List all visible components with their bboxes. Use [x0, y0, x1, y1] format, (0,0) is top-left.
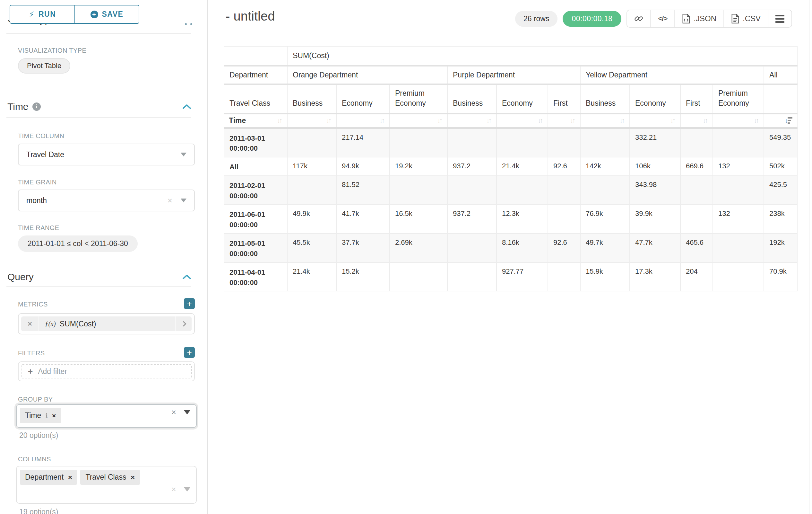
export-csv-button[interactable]: .CSV	[723, 10, 768, 27]
run-button[interactable]: ⚡ RUN	[10, 5, 75, 23]
pivot-value-cell: 927.77	[496, 263, 548, 291]
remove-metric-icon[interactable]: ×	[21, 317, 39, 331]
chart-title[interactable]: - untitled	[226, 9, 275, 23]
divider	[6, 33, 191, 34]
share-link-button[interactable]	[627, 10, 650, 27]
pivot-value-cell: 39.9k	[630, 205, 680, 234]
sort-toggle-icon[interactable]: ↓↑	[379, 117, 385, 124]
metric-pill[interactable]: × ƒ(x) SUM(Cost)	[21, 317, 192, 331]
metrics-container: × ƒ(x) SUM(Cost)	[18, 313, 195, 334]
columns-tag-travel-class[interactable]: Travel Class ×	[80, 470, 140, 485]
pivot-row-label: 2011-06-01 00:00:00	[224, 205, 287, 234]
time-column-select[interactable]: Travel Date	[18, 143, 195, 165]
sort-toggle-icon[interactable]: ↓↑	[437, 117, 443, 124]
department-corner-cell: Department	[224, 65, 287, 84]
time-grain-select[interactable]: month ×	[18, 190, 195, 211]
sortable-column-cell: ↓↑	[630, 113, 680, 128]
scrollbar[interactable]	[809, 0, 809, 514]
add-metric-button[interactable]: +	[184, 298, 195, 309]
metrics-label: METRICS	[18, 301, 48, 308]
pivot-value-cell: 16.5k	[389, 205, 447, 234]
add-filter-dropzone[interactable]: + Add filter	[21, 364, 192, 378]
group-by-tag-time[interactable]: Time i ×	[20, 408, 61, 423]
table-row: 2011-02-01 00:00:0081.52343.98425.5	[224, 176, 797, 205]
pivot-value-cell: 17.3k	[630, 263, 680, 291]
chevron-down-icon	[184, 487, 190, 491]
pivot-row-label: All	[224, 157, 287, 176]
pivot-value-cell: 2.69k	[389, 234, 447, 263]
remove-tag-icon[interactable]: ×	[52, 412, 56, 419]
divider	[6, 286, 191, 287]
sort-toggle-icon[interactable]: ↓↑	[538, 117, 543, 124]
more-menu-button[interactable]	[768, 10, 791, 27]
filters-container: + Add filter	[18, 361, 195, 381]
sort-toggle-icon[interactable]: ↓↑	[326, 117, 331, 124]
query-section-header: Query	[7, 271, 191, 282]
sortable-column-cell: ↓↑	[713, 113, 764, 128]
sortable-column-cell: ↓↑	[496, 113, 548, 128]
visualization-type-pill[interactable]: Pivot Table	[18, 58, 70, 74]
export-json-button[interactable]: .JSON	[674, 10, 723, 27]
pivot-value-cell: 332.21	[630, 128, 680, 157]
remove-tag-icon[interactable]: ×	[130, 474, 135, 481]
clear-icon[interactable]: ×	[171, 485, 176, 493]
result-toolbar: 26 rows 00:00:00.18 </> .JSON .CSV	[515, 10, 792, 28]
pivot-value-cell	[680, 205, 713, 234]
info-icon: i	[32, 103, 41, 111]
file-text-icon	[731, 14, 740, 23]
sort-toggle-icon[interactable]: ↓↑	[277, 117, 283, 124]
pivot-value-cell	[389, 176, 447, 205]
sortable-column-cell: ↓↑	[548, 113, 580, 128]
department-group-header: Orange Department	[287, 65, 447, 84]
pivot-value-cell: 425.5	[764, 176, 797, 205]
remove-tag-icon[interactable]: ×	[68, 474, 72, 481]
pivot-value-cell: 37.7k	[336, 234, 389, 263]
sort-toggle-icon[interactable]: ↓↑	[570, 117, 576, 124]
pivot-value-cell: 41.7k	[336, 205, 389, 234]
metric-name: SUM(Cost)	[60, 320, 96, 328]
travel-class-header: Economy	[630, 84, 680, 113]
sort-toggle-icon[interactable]: ↓↑	[670, 117, 675, 124]
pivot-corner-cell	[224, 46, 287, 65]
sort-toggle-icon[interactable]: ↓↑	[486, 117, 492, 124]
pivot-value-cell: 106k	[630, 157, 680, 176]
clear-icon[interactable]: ×	[171, 408, 176, 416]
table-row: 2011-04-01 00:00:0021.4k15.2k927.7715.9k…	[224, 263, 797, 291]
table-row: All117k94.9k19.2k937.221.4k92.6142k106k6…	[224, 157, 797, 176]
collapse-section-icon[interactable]	[183, 274, 191, 279]
pivot-row-label: 2011-03-01 00:00:00	[224, 128, 287, 157]
save-button[interactable]: + SAVE	[75, 5, 139, 23]
chevron-down-icon	[184, 410, 190, 414]
travel-class-header: Economy	[496, 84, 548, 113]
pivot-value-cell: 192k	[764, 234, 797, 263]
columns-tag-department[interactable]: Department ×	[20, 470, 77, 485]
pivot-value-cell	[447, 176, 496, 205]
sort-desc-icon[interactable]: ↓	[785, 117, 793, 124]
pivot-value-cell	[496, 176, 548, 205]
travel-class-header: Business	[287, 84, 336, 113]
edit-metric-chevron[interactable]	[175, 317, 192, 331]
sort-toggle-icon[interactable]: ↓↑	[754, 117, 759, 124]
pivot-value-cell	[287, 128, 336, 157]
columns-select[interactable]: Department × Travel Class × ×	[16, 466, 197, 504]
pivot-value-cell: 81.52	[336, 176, 389, 205]
time-column-value: Travel Date	[26, 150, 64, 159]
time-range-pill[interactable]: 2011-01-01 ≤ col < 2011-06-30	[18, 236, 138, 252]
view-query-button[interactable]: </>	[650, 10, 674, 27]
group-by-select[interactable]: Time i × ×	[16, 404, 197, 428]
pivot-value-cell: 92.6	[548, 234, 580, 263]
query-timer-badge: 00:00:00.18	[562, 11, 621, 27]
collapse-section-icon[interactable]	[183, 104, 191, 109]
sort-toggle-icon[interactable]: ↓↑	[702, 117, 708, 124]
link-icon	[634, 14, 643, 23]
pivot-value-cell: 47.7k	[630, 234, 680, 263]
code-icon: </>	[658, 15, 667, 23]
sort-toggle-icon[interactable]: ↓↑	[619, 117, 625, 124]
export-button-group: </> .JSON .CSV	[627, 10, 792, 28]
clear-icon[interactable]: ×	[168, 196, 172, 205]
add-filter-button[interactable]: +	[184, 347, 195, 358]
hamburger-menu-icon	[775, 15, 784, 23]
pivot-value-cell: 142k	[580, 157, 630, 176]
pivot-value-cell: 21.4k	[496, 157, 548, 176]
export-json-label: .JSON	[694, 14, 716, 23]
